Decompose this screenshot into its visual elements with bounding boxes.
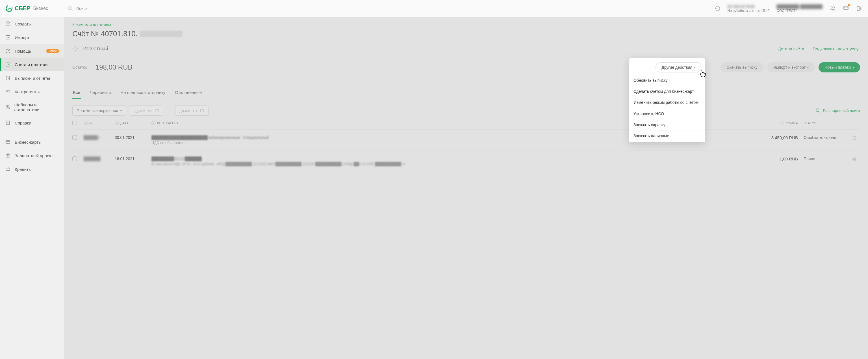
header-balance-sub: На рублёвых счетах, 15:42 — [727, 9, 770, 13]
logout-icon[interactable] — [856, 5, 862, 11]
account-number-prefix: Счёт № 40701.810. — [72, 29, 137, 38]
row-sum: 3 450,00 RUB — [753, 135, 798, 140]
sidebar-item-help[interactable]: Помощь Новое — [0, 44, 64, 58]
dropdown-change-mode[interactable]: Изменить режим работы со счётом — [629, 97, 705, 108]
logo[interactable]: СБЕР Бизнес — [6, 5, 48, 12]
row-agent: ████████31112██████ — [151, 157, 405, 161]
sort-icon[interactable] — [780, 121, 784, 125]
sidebar-item-counterparties[interactable]: Контрагенты — [0, 85, 64, 99]
sidebar-item-label: Зарплатный проект — [15, 153, 53, 158]
svg-line-43 — [818, 111, 820, 112]
svg-point-42 — [816, 109, 819, 112]
sidebar-item-salary[interactable]: Зарплатный проект — [0, 149, 64, 162]
sort-icon[interactable] — [115, 121, 119, 125]
notification-dot — [848, 4, 850, 6]
credits-icon — [5, 166, 11, 172]
refresh-icon[interactable] — [714, 5, 720, 11]
svg-point-17 — [7, 91, 8, 92]
row-number: ██████ — [84, 157, 101, 161]
sidebar-item-cards[interactable]: Бизнес-карты — [0, 135, 64, 149]
header-user-name: ████████ ████████ — [776, 4, 823, 9]
sidebar-item-label: Справки — [15, 120, 31, 125]
select-all-checkbox[interactable] — [72, 121, 77, 125]
global-search[interactable]: Поиск — [68, 6, 87, 11]
sidebar-item-accounts[interactable]: Счета и платежи — [0, 58, 64, 71]
sidebar-item-label: Шаблоны и автоплатежи — [14, 103, 59, 112]
chevron-down-icon: ▾ — [120, 109, 122, 112]
svg-point-13 — [8, 52, 8, 52]
table-header: № ДАТА КОНТРАГЕНТ СУММА СТАТУС — [72, 116, 860, 130]
account-type-label: Расчётный — [83, 46, 108, 52]
date-from-input[interactable]: дд.мм.гггг — [130, 106, 163, 116]
download-statement-button[interactable]: Скачать выписку — [720, 62, 764, 73]
tab-all[interactable]: Все — [72, 87, 81, 99]
help-icon — [5, 48, 11, 54]
sidebar-item-inquiries[interactable]: Справки — [0, 116, 64, 130]
page-title: Счёт № 40701.810. — [72, 29, 860, 38]
account-actions: Другие действия ▴ Обновить выписку Сдела… — [720, 62, 860, 73]
date-to-input[interactable]: дд.мм.гггг — [175, 106, 209, 116]
header-balance[interactable]: 00 000,00 RUB На рублёвых счетах, 15:42 — [727, 4, 770, 13]
sort-icon[interactable] — [84, 121, 88, 125]
svg-point-30 — [7, 155, 8, 156]
sidebar-item-statements[interactable]: Выписки и отчёты — [0, 71, 64, 85]
row-date: 16.01.2021 — [115, 157, 151, 161]
sort-icon[interactable] — [151, 121, 155, 125]
import-export-button[interactable]: Импорт и экспорт ▾ — [767, 62, 815, 73]
row-checkbox[interactable] — [72, 135, 77, 140]
header-balance-amount: 00 000,00 RUB — [727, 4, 770, 9]
dropdown-set-nso[interactable]: Установить НСО — [629, 108, 705, 119]
sidebar-item-label: Контрагенты — [15, 89, 39, 94]
users-icon[interactable] — [830, 5, 836, 11]
dropdown-refresh[interactable]: Обновить выписку — [629, 75, 705, 86]
statements-icon — [5, 75, 11, 81]
row-sum: 1,00 RUB — [753, 157, 798, 161]
sidebar-item-label: Импорт — [15, 35, 29, 40]
sidebar-item-label: Создать — [15, 22, 31, 26]
table-row[interactable]: ██████ 16.01.2021 ████████31112██████ В … — [72, 151, 860, 172]
row-agent: ████████████████████омбинированным · Спе… — [151, 135, 269, 140]
search-icon — [815, 108, 820, 113]
mail-button[interactable] — [843, 5, 849, 12]
plus-circle-icon — [5, 21, 11, 27]
balance-label: Остаток — [72, 65, 87, 70]
row-checkbox[interactable] — [72, 157, 77, 161]
sidebar-item-import[interactable]: Импорт — [0, 31, 64, 44]
connect-package-link[interactable]: Подключить пакет услуг — [813, 47, 860, 51]
tab-to-sign[interactable]: На подпись и отправку — [120, 87, 166, 99]
svg-rect-20 — [6, 106, 9, 109]
table-row[interactable]: █████3 30.01.2021 ████████████████████ом… — [72, 130, 860, 151]
dropdown-order-ref[interactable]: Заказать справку — [629, 119, 705, 130]
dropdown-order-cash[interactable]: Заказать наличные — [629, 130, 705, 141]
tab-rejected[interactable]: Отклонённые — [174, 87, 202, 99]
new-payment-button[interactable]: Новый платёж ▾ — [818, 62, 860, 73]
app-header: СБЕР Бизнес Поиск 00 000,00 RUB На рублё… — [0, 0, 868, 17]
advanced-search-link[interactable]: Расширенный поиск — [815, 108, 860, 113]
payment-type-select[interactable]: Платёжные поручения ▾ — [72, 106, 126, 116]
sidebar-item-templates[interactable]: Шаблоны и автоплатежи — [0, 99, 64, 116]
sidebar-item-credits[interactable]: Кредиты — [0, 162, 64, 176]
breadcrumb[interactable]: К счетам и платежам — [72, 23, 860, 27]
svg-rect-44 — [853, 137, 856, 139]
account-number-masked — [140, 31, 182, 37]
trash-icon[interactable] — [852, 135, 857, 140]
print-icon[interactable] — [852, 157, 857, 162]
other-actions-button[interactable]: Другие действия ▴ — [655, 62, 701, 73]
logo-text: СБЕР — [15, 5, 31, 11]
svg-rect-14 — [6, 63, 10, 66]
other-actions-dropdown: Другие действия ▴ Обновить выписку Сдела… — [629, 58, 705, 142]
date-range-dash: — — [167, 108, 171, 113]
tab-drafts[interactable]: Черновики — [89, 87, 112, 99]
account-details-link[interactable]: Детали счёта — [778, 47, 804, 51]
download-icon — [5, 34, 11, 40]
sidebar-item-create[interactable]: Создать — [0, 17, 64, 31]
header-user[interactable]: ████████ ████████ ООО "ТЕСТ" — [776, 4, 823, 13]
dropdown-biz-card[interactable]: Сделать счётом для бизнес-карт — [629, 86, 705, 97]
sidebar-item-label: Бизнес-карты — [15, 140, 41, 144]
row-date: 30.01.2021 — [115, 135, 151, 140]
sidebar-item-label: Выписки и отчёты — [15, 76, 50, 81]
templates-icon — [5, 104, 10, 110]
star-icon[interactable] — [72, 46, 79, 52]
main-content: К счетам и платежам Счёт № 40701.810. Ра… — [64, 0, 868, 359]
chevron-up-icon: ▴ — [694, 66, 695, 69]
